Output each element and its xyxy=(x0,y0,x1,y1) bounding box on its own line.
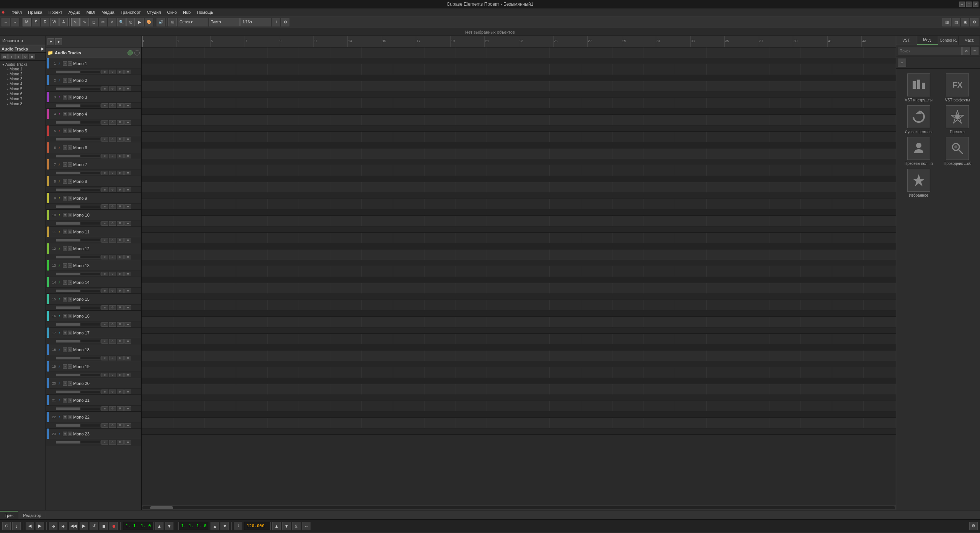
track-m-btn-13[interactable]: m xyxy=(63,263,67,268)
track-volume-slider-19[interactable] xyxy=(56,373,101,377)
track-volume-slider-22[interactable] xyxy=(56,424,101,427)
arrange-row-22[interactable] xyxy=(142,401,896,412)
track-s-btn-3[interactable]: s xyxy=(68,95,72,99)
track-ctrl-r-6[interactable]: R xyxy=(117,154,124,158)
track-volume-slider-9[interactable] xyxy=(56,205,101,208)
transport-pos-down[interactable]: ▼ xyxy=(165,522,173,530)
pencil-tool[interactable]: ✎ xyxy=(80,18,89,26)
track-volume-slider-14[interactable] xyxy=(56,289,101,292)
layout-btn-3[interactable]: ▣ xyxy=(961,18,969,26)
arrange-row-10[interactable] xyxy=(142,199,896,210)
track-ctrl-rec-21[interactable]: ■ xyxy=(124,406,131,411)
track-ctrl-e-7[interactable]: e xyxy=(101,171,108,175)
track-row-2[interactable]: 2♪msMono 2 xyxy=(46,75,141,86)
transport-pos2-up[interactable]: ▲ xyxy=(211,522,219,530)
track-s-btn-1[interactable]: s xyxy=(68,61,72,66)
track-ctrl-rec-10[interactable]: ■ xyxy=(124,221,131,226)
track-row-14[interactable]: 14♪msMono 14 xyxy=(46,277,141,288)
arrange-row-14[interactable] xyxy=(142,266,896,277)
track-ctrl-monitor-21[interactable]: ⊙ xyxy=(109,406,116,411)
track-volume-slider-11[interactable] xyxy=(56,239,101,242)
track-volume-slider-15[interactable] xyxy=(56,306,101,309)
track-ctrl-e-22[interactable]: e xyxy=(101,423,108,428)
insp-track-mono2[interactable]: ♪ Mono 2 xyxy=(2,72,43,77)
track-row-10[interactable]: 10♪msMono 10 xyxy=(46,210,141,220)
track-ctrl-rec-6[interactable]: ■ xyxy=(124,154,131,158)
arrange-row-21[interactable] xyxy=(142,384,896,395)
track-ctrl-e-15[interactable]: e xyxy=(101,305,108,310)
track-s-btn-4[interactable]: s xyxy=(68,112,72,116)
arrange-row-5[interactable] xyxy=(142,115,896,126)
track-s-btn-2[interactable]: s xyxy=(68,78,72,83)
track-ctrl-rec-14[interactable]: ■ xyxy=(124,289,131,293)
track-ctrl-e-2[interactable]: e xyxy=(101,86,108,91)
track-ctrl-e-8[interactable]: e xyxy=(101,187,108,192)
track-m-btn-4[interactable]: m xyxy=(63,112,67,116)
menu-window[interactable]: Окно xyxy=(166,10,178,15)
track-ctrl-r-16[interactable]: R xyxy=(117,322,124,327)
track-s-btn-22[interactable]: s xyxy=(68,415,72,419)
arrange-row-17[interactable] xyxy=(142,317,896,328)
inspector-audio-tracks-header[interactable]: Audio Tracks ▶ xyxy=(0,45,46,53)
transport-pos2-down[interactable]: ▼ xyxy=(220,522,229,530)
glue-tool[interactable]: ↺ xyxy=(108,18,116,26)
track-ctrl-rec-23[interactable]: ■ xyxy=(124,440,131,445)
track-ctrl-r-4[interactable]: R xyxy=(117,120,124,125)
play-tool[interactable]: ▶ xyxy=(136,18,144,26)
track-ctrl-r-11[interactable]: R xyxy=(117,238,124,243)
track-ctrl-r-3[interactable]: R xyxy=(117,103,124,108)
track-volume-slider-6[interactable] xyxy=(56,155,101,158)
arrange-row-11[interactable] xyxy=(142,216,896,227)
add-track-button[interactable]: + xyxy=(47,38,54,45)
arrange-row-9[interactable] xyxy=(142,182,896,193)
track-volume-slider-8[interactable] xyxy=(56,188,101,191)
transport-metronome[interactable]: ♩ xyxy=(234,522,242,530)
menu-midi[interactable]: MIDI xyxy=(86,10,96,15)
track-ctrl-e-17[interactable]: e xyxy=(101,339,108,344)
insp-track-mono5[interactable]: ♪ Mono 5 xyxy=(2,86,43,91)
scrollbar-track[interactable] xyxy=(142,506,895,509)
search-options-button[interactable]: ≡ xyxy=(971,47,978,55)
menu-hub[interactable]: Hub xyxy=(182,10,191,15)
track-s-btn-12[interactable]: s xyxy=(68,246,72,251)
track-row-5[interactable]: 5♪msMono 5 xyxy=(46,126,141,136)
close-button[interactable]: ✕ xyxy=(973,2,978,7)
folder-dot-active[interactable] xyxy=(127,50,133,55)
insp-track-mono6[interactable]: ♪ Mono 6 xyxy=(2,91,43,96)
track-m-btn-20[interactable]: m xyxy=(63,381,67,386)
minimize-button[interactable]: ─ xyxy=(959,2,965,7)
track-volume-slider-2[interactable] xyxy=(56,87,101,90)
track-m-btn-22[interactable]: m xyxy=(63,415,67,419)
eraser-tool[interactable]: ◻ xyxy=(90,18,98,26)
inspector-group-title[interactable]: ▾ Audio Tracks xyxy=(2,62,43,67)
arrange-tracks[interactable] xyxy=(142,47,896,505)
track-ctrl-monitor-14[interactable]: ⊙ xyxy=(109,289,116,293)
global-settings[interactable]: ⚙ xyxy=(970,18,978,26)
track-m-btn-21[interactable]: m xyxy=(63,398,67,403)
track-volume-slider-7[interactable] xyxy=(56,171,101,174)
track-m-btn-10[interactable]: m xyxy=(63,213,67,217)
track-s-btn-9[interactable]: s xyxy=(68,196,72,200)
menu-media[interactable]: Медиа xyxy=(101,10,115,15)
undo-button[interactable]: ← xyxy=(2,18,10,26)
track-ctrl-rec-4[interactable]: ■ xyxy=(124,120,131,125)
track-ctrl-e-6[interactable]: e xyxy=(101,154,108,158)
insp-volume-fader[interactable] xyxy=(36,54,44,59)
track-m-btn-3[interactable]: m xyxy=(63,95,67,99)
track-s-btn-18[interactable]: s xyxy=(68,347,72,352)
insp-track-mono8[interactable]: ♪ Mono 8 xyxy=(2,101,43,106)
track-ctrl-rec-7[interactable]: ■ xyxy=(124,171,131,175)
right-search-input[interactable] xyxy=(898,47,962,55)
track-ctrl-r-17[interactable]: R xyxy=(117,339,124,344)
transport-prev-event[interactable]: ◀◀ xyxy=(69,522,78,530)
arrange-horizontal-scrollbar[interactable] xyxy=(142,505,896,510)
scissors-tool[interactable]: ✂ xyxy=(99,18,107,26)
track-ctrl-monitor-10[interactable]: ⊙ xyxy=(109,221,116,226)
arrange-row-7[interactable] xyxy=(142,148,896,159)
track-m-btn-2[interactable]: m xyxy=(63,78,67,83)
track-ctrl-e-11[interactable]: e xyxy=(101,238,108,243)
arrange-row-20[interactable] xyxy=(142,367,896,378)
color-tool[interactable]: 🎨 xyxy=(145,18,153,26)
arrange-row-23[interactable] xyxy=(142,418,896,429)
track-volume-slider-10[interactable] xyxy=(56,222,101,225)
